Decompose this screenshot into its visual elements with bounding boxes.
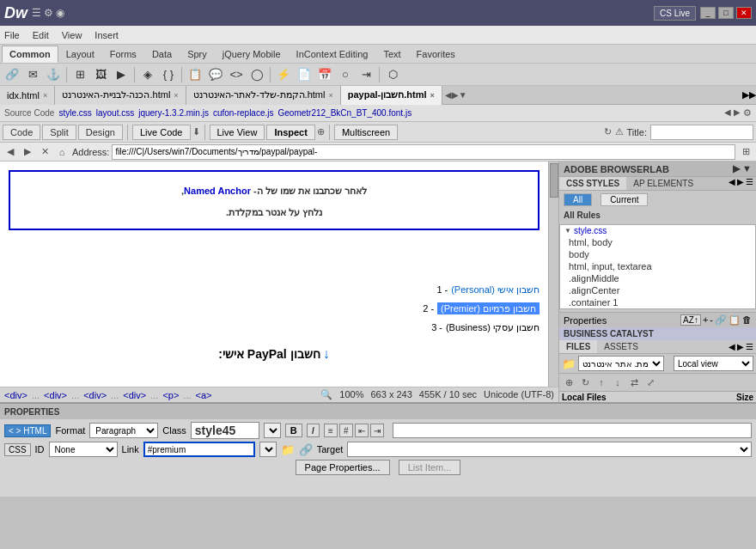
- id-select[interactable]: None: [49, 442, 118, 457]
- title-input[interactable]: [650, 125, 753, 140]
- files-tab[interactable]: FILES: [559, 340, 597, 353]
- link-prop-icon[interactable]: 🔗: [715, 314, 727, 326]
- html-button[interactable]: < > HTML: [4, 424, 51, 437]
- view-dropdown[interactable]: Local view: [674, 356, 753, 371]
- tag-icon[interactable]: <>: [227, 65, 246, 84]
- minus-prop-icon[interactable]: -: [710, 314, 713, 326]
- breadcrumb-div1[interactable]: <div>: [4, 390, 27, 400]
- breadcrumb-p[interactable]: <p>: [162, 390, 179, 400]
- stop-button[interactable]: ✕: [37, 144, 52, 160]
- panel-scroll-left[interactable]: ◀: [729, 177, 735, 190]
- rule-style-css[interactable]: ▼ style.css: [560, 225, 755, 236]
- assets-tab[interactable]: ASSETS: [597, 340, 644, 353]
- source-scroll-left[interactable]: ◀: [724, 107, 731, 119]
- download-icon[interactable]: ↓: [611, 375, 625, 389]
- bold-button[interactable]: B: [285, 424, 302, 437]
- browserlab-header[interactable]: ADOBE BROWSERLAB ▶ ▼: [559, 162, 756, 176]
- help-icon[interactable]: ◉: [56, 7, 64, 19]
- forward-button[interactable]: ▶: [20, 144, 35, 160]
- email-icon[interactable]: ✉: [23, 65, 42, 84]
- cs-live-button[interactable]: CS Live: [654, 6, 696, 21]
- error-icon[interactable]: ⚠: [615, 126, 624, 137]
- status-search-icon[interactable]: 🔍: [320, 389, 332, 400]
- minimize-button[interactable]: _: [700, 7, 716, 19]
- script-icon[interactable]: ⚡: [274, 65, 293, 84]
- css-styles-tab[interactable]: CSS STYLES: [559, 177, 626, 190]
- content-scrollbar[interactable]: [548, 162, 558, 387]
- named-anchor-icon[interactable]: ⚓: [44, 65, 63, 84]
- menu-insert[interactable]: Insert: [94, 30, 119, 40]
- menu-icon[interactable]: ☰: [32, 7, 41, 19]
- table-icon[interactable]: ⊞: [70, 65, 89, 84]
- rule-align-center[interactable]: .alignCenter: [560, 284, 755, 296]
- multiscreen-button[interactable]: Multiscreen: [334, 125, 398, 140]
- tabs-scroll-left[interactable]: ◀: [445, 90, 452, 100]
- page-properties-button[interactable]: Page Properties...: [296, 460, 390, 475]
- link-chain-icon[interactable]: 🔗: [299, 443, 313, 456]
- browserlab-expand[interactable]: ▶: [733, 163, 740, 174]
- tab-data[interactable]: Data: [144, 46, 180, 63]
- refresh-files-icon[interactable]: ↻: [578, 375, 592, 389]
- code-button[interactable]: Code: [3, 125, 40, 140]
- css-button[interactable]: CSS: [4, 443, 31, 456]
- tab-text[interactable]: Text: [375, 46, 408, 63]
- az-icon[interactable]: AZ↑: [680, 314, 701, 326]
- copy-prop-icon[interactable]: 📋: [729, 314, 741, 326]
- tab-favorites[interactable]: Favorites: [409, 46, 463, 63]
- class-dropdown[interactable]: [264, 423, 281, 438]
- files-scroll-left[interactable]: ◀: [729, 342, 735, 351]
- tab-spry[interactable]: Spry: [180, 46, 215, 63]
- widget-icon[interactable]: ◈: [138, 65, 157, 84]
- site-dropdown[interactable]: מת. אתר אינטרנט: [578, 356, 664, 371]
- file-tab-close-0[interactable]: ×: [43, 91, 47, 100]
- address-go-icon[interactable]: ⊞: [738, 144, 753, 160]
- link-browse-icon[interactable]: 📁: [281, 443, 295, 456]
- rule-container1[interactable]: .container 1: [560, 296, 755, 308]
- refresh-icon[interactable]: ↻: [604, 126, 612, 137]
- file-tab-close-3[interactable]: ×: [430, 91, 435, 100]
- add-prop-icon[interactable]: +: [703, 314, 708, 326]
- tabs-menu[interactable]: ▼: [459, 90, 467, 100]
- design-button[interactable]: Design: [78, 125, 123, 140]
- trash-prop-icon[interactable]: 🗑: [742, 314, 752, 326]
- current-button[interactable]: Current: [601, 193, 648, 206]
- title-field[interactable]: [393, 423, 752, 438]
- source-scroll-right[interactable]: ▶: [734, 107, 741, 119]
- tab-layout[interactable]: Layout: [58, 46, 102, 63]
- media-icon[interactable]: ▶: [112, 65, 131, 84]
- connect-icon[interactable]: ⊕: [562, 375, 576, 389]
- comment-icon[interactable]: 💬: [206, 65, 225, 84]
- tab-forms[interactable]: Forms: [102, 46, 144, 63]
- tab-jquery-mobile[interactable]: jQuery Mobile: [215, 46, 289, 63]
- rules-list[interactable]: ▼ style.css html, body body html, input,…: [559, 224, 756, 309]
- unordered-list-icon[interactable]: ≡: [324, 424, 338, 437]
- head-icon[interactable]: ◯: [247, 65, 266, 84]
- live-view-button[interactable]: Live View: [210, 125, 265, 140]
- format-select[interactable]: Paragraph: [89, 423, 158, 438]
- close-button[interactable]: ✕: [736, 7, 752, 19]
- expand-icon[interactable]: ⤢: [643, 375, 657, 389]
- menu-file[interactable]: File: [4, 30, 20, 40]
- ordered-list-icon[interactable]: #: [339, 424, 353, 437]
- menu-view[interactable]: View: [62, 30, 82, 40]
- source-file-1[interactable]: layout.css: [96, 108, 134, 118]
- files-scroll-right[interactable]: ▶: [737, 342, 744, 351]
- link-input[interactable]: [143, 442, 255, 457]
- italic-button[interactable]: I: [307, 424, 320, 437]
- tabs-scroll-right[interactable]: ▶: [452, 90, 459, 100]
- settings-icon[interactable]: ⚙: [44, 7, 53, 19]
- source-file-3[interactable]: cufon-replace.js: [213, 108, 274, 118]
- rule-html-body[interactable]: html, body: [560, 236, 755, 248]
- upload-icon[interactable]: ↑: [594, 375, 608, 389]
- template-icon[interactable]: 📋: [186, 65, 204, 84]
- breadcrumb-div2[interactable]: <div>: [44, 390, 67, 400]
- file-icon[interactable]: 📄: [295, 65, 314, 84]
- all-button[interactable]: All: [564, 193, 592, 206]
- indent-right-icon[interactable]: ⇥: [370, 424, 384, 437]
- object-icon[interactable]: ○: [336, 65, 355, 84]
- date-icon[interactable]: 📅: [315, 65, 334, 84]
- scroll-thumb[interactable]: [550, 163, 558, 198]
- file-tab-3[interactable]: paypal-חשבון.html ×: [341, 86, 442, 105]
- rule-html-input[interactable]: html, input, textarea: [560, 260, 755, 272]
- file-tab-1[interactable]: הכנה-לבניית-האינטרנט.html ×: [55, 86, 186, 105]
